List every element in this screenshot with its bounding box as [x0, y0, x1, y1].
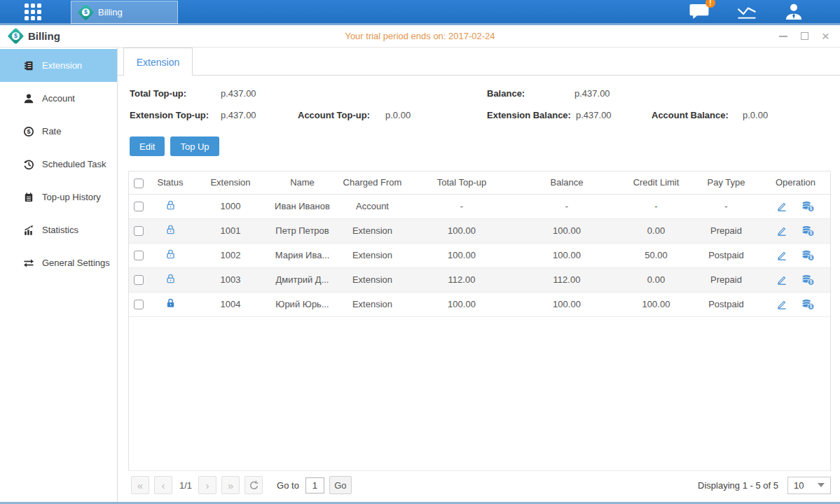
user-icon[interactable]: [784, 3, 804, 20]
row-checkbox[interactable]: [134, 300, 144, 309]
sidebar-item-extension[interactable]: Extension: [0, 49, 117, 82]
lock-status-icon[interactable]: [165, 276, 176, 286]
cell-balance: 100.00: [514, 218, 619, 243]
row-checkbox[interactable]: [134, 202, 144, 211]
cell-name: Юрий Юрь...: [269, 292, 336, 316]
cell-charged-from: Account: [336, 194, 409, 218]
edit-icon[interactable]: [776, 201, 787, 212]
svg-text:$: $: [810, 206, 813, 211]
apps-grid-icon[interactable]: [25, 4, 41, 20]
svg-text:$: $: [27, 128, 30, 135]
tab-extension[interactable]: Extension: [123, 48, 193, 76]
row-checkbox[interactable]: [134, 226, 144, 236]
minimize-button[interactable]: [778, 31, 788, 41]
maximize-button[interactable]: [799, 31, 809, 41]
select-all-checkbox[interactable]: [134, 178, 144, 188]
sidebar-item-scheduled-task[interactable]: Scheduled Task: [0, 148, 117, 181]
extension-table-panel: Status Extension Name Charged From Total…: [128, 171, 831, 471]
cell-pay-type: Postpaid: [693, 243, 759, 267]
last-page-button[interactable]: »: [221, 476, 240, 494]
extension-balance-label: Extension Balance:: [487, 110, 571, 120]
cell-total-topup: -: [409, 194, 514, 218]
edit-icon[interactable]: [776, 274, 787, 286]
edit-icon[interactable]: [776, 299, 787, 310]
topup-coins-icon[interactable]: $: [801, 201, 815, 212]
topbar-tab-label: Billing: [98, 7, 123, 18]
cell-total-topup: 112.00: [409, 267, 514, 292]
cell-extension: 1002: [192, 243, 269, 267]
topup-coins-icon[interactable]: $: [801, 274, 815, 286]
first-page-button[interactable]: «: [131, 476, 149, 494]
sidebar-item-account[interactable]: Account: [0, 82, 117, 115]
table-row: 1004 Юрий Юрь... Extension 100.00 100.00…: [129, 292, 831, 316]
go-button[interactable]: Go: [329, 476, 352, 494]
history-clock-icon: [23, 159, 34, 170]
page-indicator: 1/1: [179, 480, 192, 491]
account-topup-value: p.0.00: [385, 110, 411, 120]
col-total-topup: Total Top-up: [409, 172, 514, 194]
account-balance-label: Account Balance:: [652, 110, 729, 120]
extension-topup-value: p.437.00: [221, 110, 256, 120]
prev-page-button[interactable]: ‹: [154, 476, 172, 494]
cell-balance: -: [514, 194, 619, 218]
sidebar-item-rate[interactable]: $ Rate: [0, 115, 117, 148]
topup-button[interactable]: Top Up: [170, 136, 219, 156]
goto-page-input[interactable]: [305, 477, 324, 493]
close-button[interactable]: ×: [820, 31, 830, 41]
billing-app-icon: $: [77, 4, 94, 20]
notification-badge: !: [705, 0, 715, 8]
cell-credit-limit: 0.00: [619, 218, 693, 243]
cell-name: Мария Ива...: [269, 243, 336, 267]
edit-icon[interactable]: [776, 250, 787, 261]
statistics-chart-icon[interactable]: [736, 3, 757, 20]
billing-window: $ Billing !: [0, 0, 840, 504]
col-name: Name: [269, 172, 336, 194]
extension-balance-value: p.437.00: [576, 110, 612, 120]
svg-text:$: $: [810, 304, 813, 309]
topbar-tab-billing[interactable]: $ Billing: [71, 1, 178, 24]
person-icon: [23, 93, 34, 104]
edit-button[interactable]: Edit: [130, 136, 165, 156]
sidebar-item-label: Statistics: [42, 225, 78, 235]
billing-window-icon: $: [7, 27, 24, 44]
topup-coins-icon[interactable]: $: [801, 299, 815, 310]
lock-status-icon[interactable]: [165, 300, 176, 311]
col-status: Status: [149, 172, 192, 194]
row-checkbox[interactable]: [134, 275, 144, 285]
lock-status-icon[interactable]: [165, 202, 176, 213]
cell-balance: 100.00: [514, 292, 619, 316]
sidebar-item-statistics[interactable]: Statistics: [0, 214, 117, 246]
sidebar-item-general-settings[interactable]: General Settings: [0, 246, 117, 279]
lock-open-icon: [165, 248, 176, 260]
cell-total-topup: 100.00: [409, 243, 514, 267]
window-title: Billing: [28, 30, 60, 42]
topup-coins-icon[interactable]: $: [801, 250, 815, 261]
chevron-down-icon: [818, 483, 825, 487]
cell-name: Петр Петров: [269, 218, 336, 243]
col-operation: Operation: [759, 172, 831, 194]
cell-pay-type: Prepaid: [693, 218, 759, 243]
topup-coins-icon[interactable]: $: [801, 225, 815, 237]
cell-total-topup: 100.00: [409, 218, 514, 243]
row-checkbox[interactable]: [134, 251, 144, 260]
cell-balance: 112.00: [514, 267, 619, 292]
next-page-button[interactable]: ›: [198, 476, 216, 494]
messages-icon[interactable]: !: [689, 3, 710, 20]
lock-status-icon[interactable]: [165, 227, 176, 237]
col-pay-type: Pay Type: [693, 172, 759, 194]
lock-open-icon: [165, 200, 176, 211]
pagination-bar: « ‹ 1/1 › » Go to Go Displaying 1 - 5 of…: [118, 471, 840, 502]
edit-icon[interactable]: [776, 225, 787, 237]
lock-status-icon[interactable]: [165, 251, 176, 262]
cell-extension: 1004: [192, 292, 269, 316]
sidebar-item-topup-history[interactable]: Top-up History: [0, 181, 117, 214]
page-size-select[interactable]: 10: [787, 477, 831, 494]
sidebar-item-label: Account: [42, 93, 75, 104]
balance-label: Balance:: [487, 88, 525, 99]
sidebar-item-label: Extension: [42, 60, 82, 71]
notepad-icon: [23, 192, 34, 203]
refresh-button[interactable]: [245, 476, 263, 494]
sidebar-item-label: General Settings: [42, 258, 110, 268]
col-extension: Extension: [192, 172, 269, 194]
ledger-icon: [23, 60, 34, 71]
